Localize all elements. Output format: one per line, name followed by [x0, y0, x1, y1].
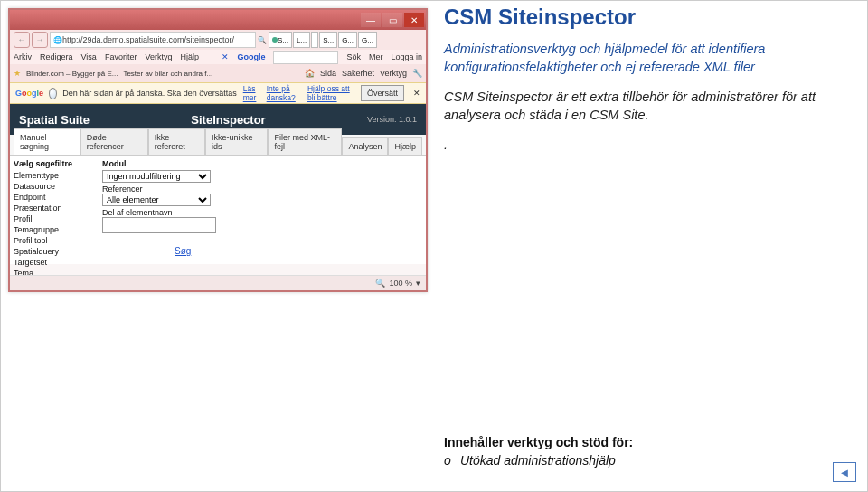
- filter-list: Vælg søgefiltre Elementtype Datasource E…: [10, 156, 97, 264]
- tools-icon[interactable]: 🔧: [412, 69, 422, 78]
- app-tab[interactable]: Hjælp: [388, 137, 422, 155]
- close-button[interactable]: ✕: [404, 13, 424, 27]
- doc-text: CSM Siteinspector Administrationsverktyg…: [444, 3, 858, 165]
- filter-item[interactable]: Targetset: [14, 257, 93, 268]
- menu-item[interactable]: Visa: [81, 52, 97, 62]
- google-logo: Google: [237, 52, 265, 62]
- goog-extra[interactable]: Logga in: [391, 52, 422, 62]
- app-tabstrip: Manuel søgning Døde referencer Ikke refe…: [10, 135, 426, 156]
- prev-slide-button[interactable]: ◄: [833, 462, 856, 482]
- goog-extra[interactable]: Mer: [369, 52, 383, 62]
- browser-tab[interactable]: S...: [269, 32, 292, 48]
- tab-label[interactable]: Blinder.com – Bygger på E...: [26, 70, 118, 78]
- doc-body: CSM Siteinspector är ett extra tillbehör…: [444, 89, 858, 124]
- browser-tab[interactable]: S...: [319, 32, 337, 48]
- google-search-input[interactable]: [273, 51, 338, 64]
- bullet: o: [444, 453, 457, 468]
- filter-form: Modul Ingen modulfiltrering Referencer A…: [97, 156, 222, 264]
- search-icon: 🔍: [258, 36, 267, 44]
- doc-dot: .: [444, 137, 858, 152]
- app-tab[interactable]: Analysen: [342, 137, 388, 155]
- module-select[interactable]: Ingen modulfiltrering: [102, 170, 211, 183]
- partname-input[interactable]: [102, 217, 216, 233]
- footer-item-text: Utökad administrationshjälp: [460, 453, 616, 468]
- footer-item: o Utökad administrationshjälp: [444, 453, 813, 468]
- footer-heading: Innehåller verktyg och stöd för:: [444, 435, 813, 449]
- browser-statusbar: 🔍 100 % ▾: [10, 275, 426, 290]
- forward-button[interactable]: →: [32, 32, 48, 48]
- translate-button[interactable]: Översätt: [361, 85, 404, 101]
- search-link[interactable]: Søg: [175, 246, 216, 256]
- doc-title: CSM Siteinspector: [444, 5, 858, 30]
- app-tab[interactable]: Ikke refereret: [148, 128, 205, 155]
- app-tab[interactable]: Døde referencer: [80, 128, 148, 155]
- doc-footer: Innehåller verktyg och stöd för: o Utöka…: [444, 435, 813, 468]
- translate-bar: Google Den här sidan är på danska. Ska d…: [10, 82, 426, 104]
- menu-item[interactable]: Favoriter: [105, 52, 137, 62]
- toolbar-item[interactable]: Säkerhet: [342, 69, 374, 78]
- browser-tab[interactable]: L...: [293, 32, 310, 48]
- zoom-level: 100 %: [389, 279, 412, 288]
- filter-item[interactable]: Elementtype: [14, 170, 93, 181]
- filter-item[interactable]: Profil tool: [14, 235, 93, 246]
- translate-link[interactable]: Inte på danska?: [267, 84, 302, 102]
- zoom-icon[interactable]: 🔍: [375, 279, 385, 288]
- browser-tab[interactable]: [311, 32, 318, 48]
- label-partname: Del af elementnavn: [102, 208, 173, 217]
- address-bar[interactable]: 🌐 http://29da.demo.spatialsuite.com/site…: [50, 32, 256, 48]
- app-tab[interactable]: Filer med XML-fejl: [268, 128, 342, 155]
- app-tab[interactable]: Ikke-unikke ids: [205, 128, 268, 155]
- address-text: http://29da.demo.spatialsuite.com/sitein…: [62, 35, 234, 44]
- label-references: Referencer: [102, 184, 143, 194]
- filter-heading: Vælg søgefiltre: [14, 159, 93, 168]
- references-select[interactable]: Alle elementer: [102, 194, 211, 206]
- tab-label[interactable]: Tester av bilar och andra f...: [123, 70, 212, 78]
- form-heading: Modul: [102, 159, 216, 168]
- toolbar-item[interactable]: Sida: [320, 69, 336, 78]
- translate-text: Den här sidan är på danska. Ska den över…: [62, 89, 238, 98]
- filter-item[interactable]: Profil: [14, 213, 93, 224]
- translate-link[interactable]: Läs mer: [243, 84, 261, 102]
- translate-link[interactable]: Hjälp oss att bli bättre: [307, 84, 355, 102]
- doc-intro: Administrationsverktyg och hjälpmedel fö…: [444, 41, 858, 76]
- home-icon[interactable]: 🏠: [305, 69, 315, 78]
- favorites-star-icon[interactable]: ★: [14, 69, 21, 78]
- minimize-button[interactable]: —: [361, 13, 381, 27]
- back-button[interactable]: ←: [14, 32, 30, 48]
- filter-item[interactable]: Endpoint: [14, 192, 93, 203]
- dismiss-translate-icon[interactable]: ✕: [413, 89, 420, 98]
- toolbar-item[interactable]: Verktyg: [380, 69, 407, 78]
- slide-page: — ▭ ✕ ← → 🌐 http://29da.demo.spatialsuit…: [0, 0, 868, 492]
- menu-item[interactable]: Arkiv: [14, 52, 32, 62]
- browser-screenshot: — ▭ ✕ ← → 🌐 http://29da.demo.spatialsuit…: [8, 8, 428, 292]
- filter-item[interactable]: Spatialquery: [14, 246, 93, 257]
- browser-menubar: Arkiv Redigera Visa Favoriter Verktyg Hj…: [10, 50, 426, 64]
- browser-navbar: ← → 🌐 http://29da.demo.spatialsuite.com/…: [10, 30, 426, 50]
- maximize-button[interactable]: ▭: [382, 13, 402, 27]
- globe-icon: [49, 88, 57, 99]
- close-tabgroup-icon[interactable]: ✕: [222, 52, 229, 62]
- menu-item[interactable]: Verktyg: [145, 52, 172, 62]
- app-title: SiteInspector: [90, 113, 367, 127]
- browser-tab[interactable]: G...: [358, 32, 377, 48]
- browser-tab[interactable]: G...: [338, 32, 357, 48]
- zoom-chevron-icon[interactable]: ▾: [416, 279, 420, 288]
- window-titlebar: — ▭ ✕: [10, 10, 426, 30]
- filter-item[interactable]: Præsentation: [14, 203, 93, 213]
- browser-commandbar: ★ Blinder.com – Bygger på E... Tester av…: [10, 64, 426, 82]
- app-version: Version: 1.0.1: [367, 115, 417, 124]
- filter-item[interactable]: Datasource: [14, 181, 93, 192]
- page-icon: 🌐: [53, 36, 62, 44]
- goog-extra[interactable]: Sök: [346, 52, 361, 62]
- browser-tab-strip: S... L... S... G... G...: [269, 32, 422, 48]
- menu-item[interactable]: Redigera: [40, 52, 73, 62]
- app-brand: Spatial Suite: [19, 113, 90, 127]
- app-body: Vælg søgefiltre Elementtype Datasource E…: [10, 156, 426, 264]
- menu-item[interactable]: Hjälp: [180, 52, 199, 62]
- filter-item[interactable]: Temagruppe: [14, 224, 93, 235]
- app-tab[interactable]: Manuel søgning: [14, 128, 80, 155]
